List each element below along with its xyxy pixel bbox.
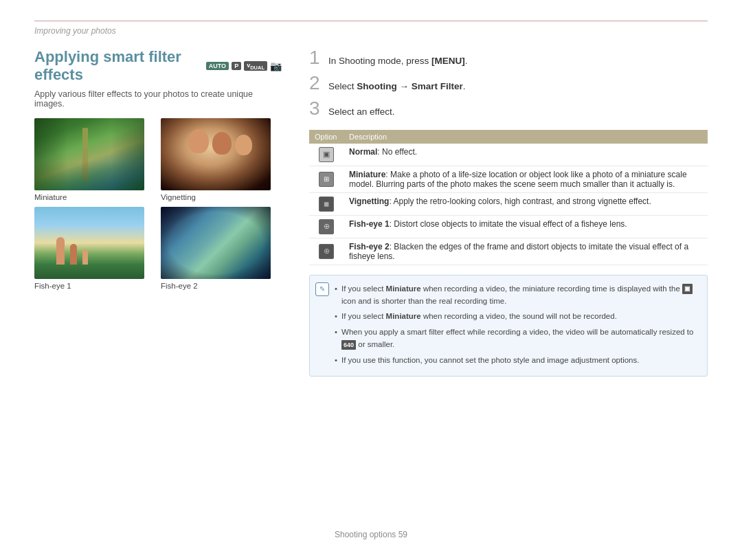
note-icon: ✎ [315, 282, 329, 296]
photo-vignetting [161, 118, 271, 190]
mode-badge-p: P [232, 62, 241, 70]
step-number-3: 3 [309, 99, 323, 118]
table-desc-normal: Normal: No effect. [344, 144, 708, 166]
photo-label-miniature: Miniature [34, 193, 155, 201]
left-panel: Applying smart filter effects AUTO P vDU… [34, 48, 282, 513]
table-header-description: Description [344, 130, 708, 144]
photo-fisheye2 [161, 207, 271, 279]
note-item-4: If you use this function, you cannot set… [335, 354, 699, 366]
section-label: Improving your photos [34, 26, 116, 36]
photo-cell-miniature: Miniature [34, 118, 155, 201]
mode-badge-auto: AUTO [206, 62, 229, 70]
photos-grid: Miniature Vignetti [34, 118, 282, 290]
subtitle: Apply various filter effects to your pho… [34, 89, 282, 109]
note-item-3: When you apply a smart filter effect whi… [335, 326, 699, 351]
filter-icon-fisheye2 [319, 244, 334, 259]
footer-text: Shooting options 59 [335, 530, 407, 539]
note-box: ✎ If you select Miniature when recording… [309, 275, 708, 377]
step-3: 3 Select an effect. [309, 99, 708, 119]
filter-icon-vignetting [319, 197, 334, 212]
mode-badge-dual: vDUAL [244, 61, 267, 71]
filter-icon-miniature [319, 172, 334, 187]
step-text-3: Select an effect. [328, 106, 395, 119]
photo-miniature [34, 118, 144, 190]
step-1: 1 In Shooting mode, press [MENU]. [309, 48, 708, 68]
steps: 1 In Shooting mode, press [MENU]. 2 Sele… [309, 48, 708, 119]
photo-label-fisheye1: Fish-eye 1 [34, 282, 155, 290]
table-desc-miniature: Miniature: Make a photo of a life-size l… [344, 166, 708, 192]
table-desc-vignetting: Vignetting: Apply the retro-looking colo… [344, 192, 708, 215]
options-table: Option Description Normal: No effect. [309, 130, 708, 265]
table-row-fisheye1: Fish-eye 1: Distort close objects to imi… [309, 215, 708, 238]
title-row: Applying smart filter effects AUTO P vDU… [34, 48, 282, 84]
photo-cell-vignetting: Vignetting [161, 118, 282, 201]
photo-fisheye1 [34, 207, 144, 279]
table-row-vignetting: Vignetting: Apply the retro-looking colo… [309, 192, 708, 215]
step-number-2: 2 [309, 74, 323, 93]
note-item-2: If you select Miniature when recording a… [335, 310, 699, 322]
filter-icon-fisheye1 [319, 219, 334, 234]
mode-icons: AUTO P vDUAL 📷 [206, 60, 282, 71]
step-number-1: 1 [309, 48, 323, 67]
step-2: 2 Select Shooting → Smart Filter. [309, 74, 708, 93]
table-row-miniature: Miniature: Make a photo of a life-size l… [309, 166, 708, 192]
table-header-option: Option [309, 130, 344, 144]
step-text-1: In Shooting mode, press [MENU]. [328, 55, 468, 68]
right-panel: 1 In Shooting mode, press [MENU]. 2 Sele… [309, 48, 708, 513]
filter-icon-normal [319, 147, 334, 162]
table-desc-fisheye2: Fish-eye 2: Blacken the edges of the fra… [344, 238, 708, 265]
table-row-normal: Normal: No effect. [309, 144, 708, 166]
breadcrumb: Improving your photos [34, 21, 708, 36]
note-item-1: If you select Miniature when recording a… [335, 282, 699, 308]
photo-label-vignetting: Vignetting [161, 193, 282, 201]
table-row-fisheye2: Fish-eye 2: Blacken the edges of the fra… [309, 238, 708, 265]
footer: Shooting options 59 [34, 524, 708, 539]
step-text-2: Select Shooting → Smart Filter. [328, 80, 466, 93]
photo-cell-fisheye2: Fish-eye 2 [161, 207, 282, 290]
photo-label-fisheye2: Fish-eye 2 [161, 282, 282, 290]
camera-icon: 📷 [270, 60, 282, 71]
photo-cell-fisheye1: Fish-eye 1 [34, 207, 155, 290]
page-title: Applying smart filter effects [34, 48, 199, 84]
table-desc-fisheye1: Fish-eye 1: Distort close objects to imi… [344, 215, 708, 238]
